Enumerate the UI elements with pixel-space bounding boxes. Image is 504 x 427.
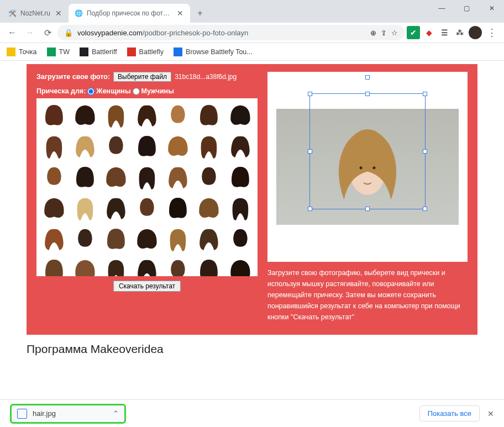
hairstyle-thumb[interactable] (225, 101, 255, 130)
share-icon[interactable]: ⇪ (381, 29, 387, 37)
hairstyle-thumb[interactable] (132, 225, 161, 255)
hairstyle-thumb[interactable] (101, 132, 130, 161)
hairstyle-thumb[interactable] (132, 163, 161, 192)
wrench-icon: 🛠️ (8, 9, 17, 18)
hairstyle-app-panel: Загрузите свое фото: Выберите файл 31bc1… (27, 64, 477, 335)
gender-radio-men[interactable] (133, 88, 140, 95)
star-icon[interactable]: ☆ (391, 29, 398, 37)
hairstyle-thumb[interactable] (195, 194, 224, 223)
hairstyle-thumb[interactable] (195, 163, 224, 192)
downloads-bar: hair.jpg ⌃ Показать все ✕ (0, 399, 504, 427)
close-icon[interactable]: ✕ (176, 9, 185, 18)
hairstyle-grid-scroll[interactable] (36, 98, 258, 276)
bookmark-item[interactable]: Точка (7, 48, 37, 56)
bookmark-item[interactable]: TW (47, 48, 70, 56)
gender-radio-women[interactable] (87, 88, 95, 95)
hairstyle-thumb[interactable] (164, 225, 193, 255)
hairstyle-thumb[interactable] (195, 132, 224, 161)
hairstyle-thumb[interactable] (132, 132, 161, 161)
kebab-menu-icon[interactable]: ⋮ (484, 25, 500, 40)
preview-canvas[interactable] (267, 72, 468, 262)
left-column: Загрузите свое фото: Выберите файл 31bc1… (36, 72, 258, 323)
download-filename: hair.jpg (33, 409, 56, 418)
bookmark-item[interactable]: Battleriff (80, 48, 117, 56)
search-icon[interactable]: ⊕ (370, 29, 376, 37)
resize-handle-nw[interactable] (308, 92, 312, 96)
bookmark-icon (174, 48, 182, 56)
forward-button[interactable]: → (22, 25, 38, 40)
resize-handle-sw[interactable] (308, 207, 312, 211)
bookmark-icon (80, 48, 88, 56)
upload-label: Загрузите свое фото: (36, 73, 110, 81)
bookmark-item[interactable]: Browse Battlefy Tou... (174, 48, 253, 56)
browser-tab-active[interactable]: 🌐 Подбор причесок по фото онла ✕ (69, 4, 190, 23)
resize-handle-se[interactable] (423, 207, 427, 211)
hairstyle-thumb[interactable] (164, 256, 193, 276)
address-bar[interactable]: 🔒 volosvypadenie.com/podbor-prichesok-po… (57, 25, 405, 40)
resize-handle-w[interactable] (308, 149, 312, 154)
download-result-button[interactable]: Скачать результат (113, 281, 181, 292)
rotate-handle[interactable] (365, 75, 370, 80)
close-window-button[interactable]: ✕ (479, 0, 504, 17)
back-button[interactable]: ← (4, 25, 20, 40)
resize-handle-n[interactable] (365, 92, 370, 96)
hairstyle-thumb[interactable] (225, 194, 255, 223)
hairstyle-thumb[interactable] (70, 163, 99, 192)
hairstyle-thumb[interactable] (225, 225, 255, 255)
reader-extension-icon[interactable]: ☰ (438, 26, 451, 39)
gender-option-label: Мужчины (141, 87, 174, 95)
hairstyle-thumb[interactable] (195, 256, 224, 276)
browser-tab-inactive[interactable]: 🛠️ NozNet.ru ✕ (2, 4, 69, 23)
hairstyle-thumb[interactable] (101, 194, 130, 223)
window-controls: — ▢ ✕ (429, 0, 504, 17)
hairstyle-thumb[interactable] (39, 194, 69, 223)
hairstyle-thumb[interactable] (101, 101, 130, 130)
hairstyle-thumb[interactable] (225, 163, 255, 192)
choose-file-button[interactable]: Выберите файл (113, 72, 171, 82)
hairstyle-thumb[interactable] (164, 163, 193, 192)
puzzle-extension-icon[interactable]: ⁂ (453, 26, 466, 39)
bookmark-item[interactable]: Battlefly (127, 48, 164, 56)
hairstyle-thumb[interactable] (70, 132, 99, 161)
hairstyle-thumb[interactable] (39, 256, 69, 276)
hairstyle-thumb[interactable] (70, 194, 99, 223)
hairstyle-thumb[interactable] (195, 225, 224, 255)
hairstyle-thumb[interactable] (164, 132, 193, 161)
hairstyle-thumb[interactable] (39, 101, 69, 130)
hairstyle-thumb[interactable] (164, 194, 193, 223)
minimize-button[interactable]: — (429, 0, 454, 17)
transform-selection[interactable] (309, 93, 426, 209)
browser-toolbar: ← → ⟳ 🔒 volosvypadenie.com/podbor-priche… (0, 23, 504, 43)
close-icon[interactable]: ✕ (54, 9, 63, 18)
hairstyle-thumb[interactable] (39, 163, 69, 192)
hairstyle-thumb[interactable] (164, 101, 193, 130)
show-all-downloads-button[interactable]: Показать все (419, 405, 480, 421)
hairstyle-thumb[interactable] (101, 163, 130, 192)
maximize-button[interactable]: ▢ (454, 0, 479, 17)
hairstyle-thumb[interactable] (101, 256, 130, 276)
new-tab-button[interactable]: + (192, 6, 208, 21)
hairstyle-thumb[interactable] (39, 132, 69, 161)
hairstyle-thumb[interactable] (195, 101, 224, 130)
hairstyle-thumb[interactable] (132, 256, 161, 276)
hairstyle-thumb[interactable] (101, 225, 130, 255)
download-chip[interactable]: hair.jpg ⌃ (10, 404, 126, 424)
hairstyle-thumb[interactable] (70, 225, 99, 255)
chevron-up-icon[interactable]: ⌃ (113, 409, 119, 418)
shield-extension-icon[interactable]: ◆ (422, 26, 435, 39)
checkmark-extension-icon[interactable]: ✔ (407, 26, 420, 39)
resize-handle-e[interactable] (423, 149, 427, 154)
hairstyle-thumb[interactable] (225, 132, 255, 161)
hairstyle-thumb[interactable] (70, 101, 99, 130)
reload-button[interactable]: ⟳ (40, 25, 55, 40)
hairstyle-thumb[interactable] (70, 256, 99, 276)
tab-title: Подбор причесок по фото онла (87, 9, 172, 17)
hairstyle-thumb[interactable] (39, 225, 69, 255)
hairstyle-thumb[interactable] (225, 256, 255, 276)
resize-handle-ne[interactable] (423, 92, 427, 96)
close-downloads-bar-button[interactable]: ✕ (487, 409, 494, 418)
hairstyle-thumb[interactable] (132, 194, 161, 223)
resize-handle-s[interactable] (365, 207, 370, 211)
hairstyle-thumb[interactable] (132, 101, 161, 130)
profile-avatar[interactable] (469, 26, 482, 39)
